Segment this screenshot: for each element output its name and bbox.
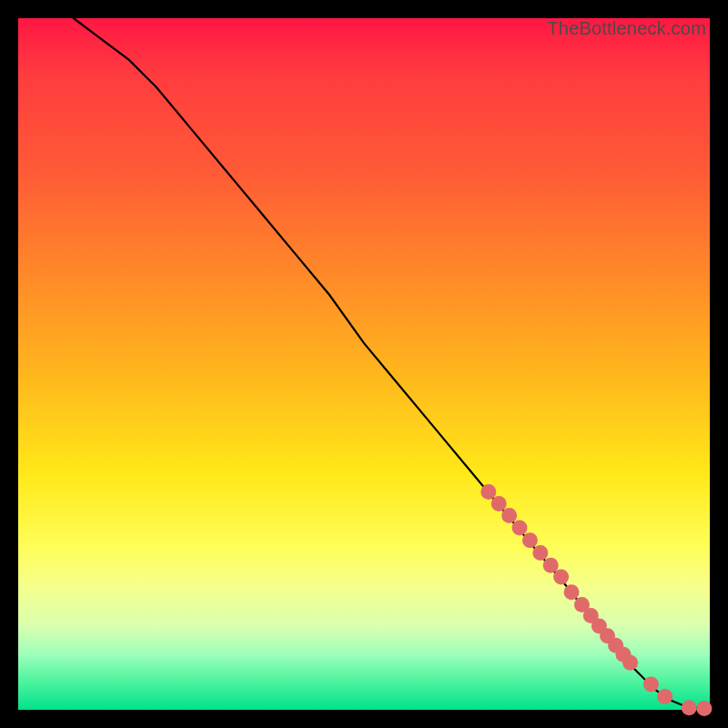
data-marker: [543, 558, 559, 573]
data-marker: [491, 496, 507, 511]
data-marker: [553, 570, 569, 585]
data-marker: [657, 689, 672, 704]
data-marker: [682, 700, 697, 715]
data-marker: [532, 545, 548, 561]
marker-group: [480, 484, 712, 716]
data-marker: [643, 676, 659, 692]
data-marker: [512, 521, 528, 536]
watermark-text: TheBottleneck.com: [547, 18, 706, 39]
chart-overlay: [18, 18, 710, 710]
data-marker: [480, 484, 496, 500]
data-marker: [501, 508, 517, 523]
data-marker: [564, 584, 580, 600]
bottleneck-curve: [74, 18, 710, 709]
chart-frame: TheBottleneck.com: [18, 18, 710, 710]
data-marker: [622, 655, 638, 671]
data-marker: [522, 532, 538, 548]
data-marker: [696, 701, 712, 716]
